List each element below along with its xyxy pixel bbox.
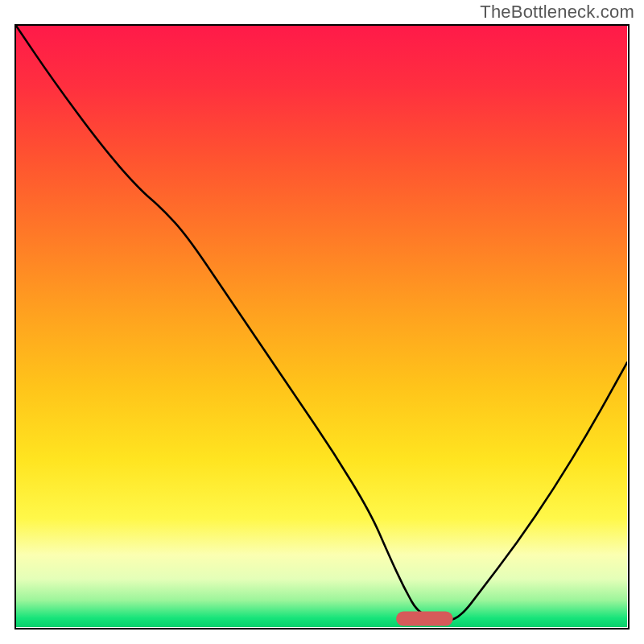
watermark-text: TheBottleneck.com bbox=[480, 2, 634, 23]
svg-rect-1 bbox=[396, 612, 453, 626]
plot-frame bbox=[14, 24, 630, 630]
chart-root: TheBottleneck.com bbox=[0, 0, 644, 644]
trough-marker bbox=[16, 26, 627, 627]
